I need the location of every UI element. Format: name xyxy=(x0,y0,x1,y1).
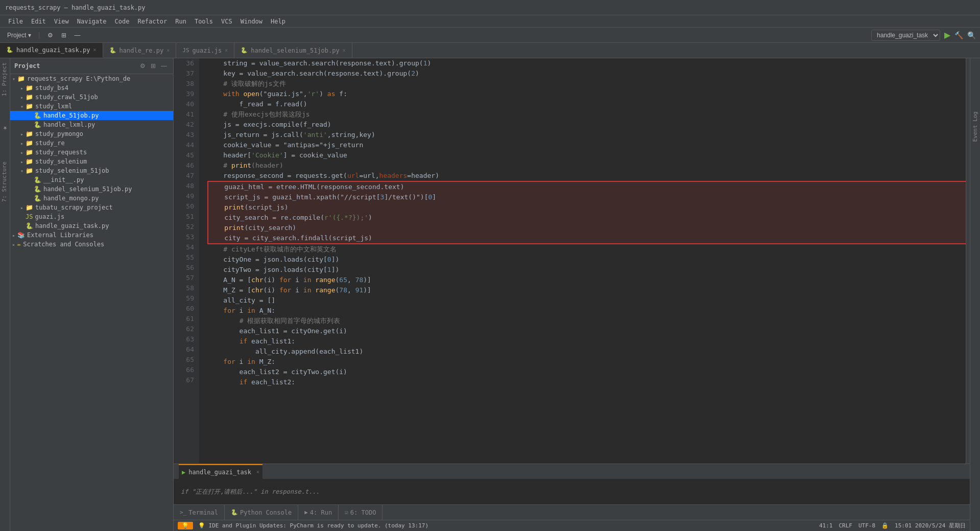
menu-item-refactor[interactable]: Refactor xyxy=(133,15,171,27)
code-container[interactable]: 3637383940414243444546474849505152535455… xyxy=(174,58,970,464)
bottom-tab-terminal[interactable]: >_Terminal xyxy=(174,505,225,520)
bottom-tab-6--todo[interactable]: ☑6: TODO xyxy=(339,505,383,520)
tree-item-study-crawl-51job[interactable]: ▸📁study_crawl_51job xyxy=(10,93,173,102)
menu-item-view[interactable]: View xyxy=(50,15,73,27)
run-play-button[interactable]: ▶ xyxy=(944,30,950,40)
menu-item-help[interactable]: Help xyxy=(267,15,290,27)
tree-item-study-selenium-51job[interactable]: ▾📁study_selenium_51job xyxy=(10,166,173,175)
tree-icon: 📁 xyxy=(26,158,33,165)
search-button[interactable]: 🔍 xyxy=(967,31,976,39)
time: 15:01 xyxy=(895,522,912,529)
menu-item-run[interactable]: Run xyxy=(171,15,190,27)
status-right: 41:1 CRLF UTF-8 🔒 15:01 2020/5/24 星期日 xyxy=(819,522,966,529)
tree-label: study_re xyxy=(35,140,65,147)
window-title: requests_scrapy – handle_guazi_task.py xyxy=(5,4,146,11)
tree-item-study-requests[interactable]: ▸📁study_requests xyxy=(10,148,173,157)
code-content: string = value_search.search(response.te… xyxy=(199,58,966,464)
tree-item-study-lxml[interactable]: ▾📁study_lxml xyxy=(10,102,173,111)
tab-handle-re-py[interactable]: 🐍handle_re.py× xyxy=(103,43,177,58)
tree-item-tubatu-scrapy-project[interactable]: ▸📁tubatu_scrapy_project xyxy=(10,203,173,212)
close-project-btn[interactable]: — xyxy=(71,31,84,40)
tree-label: guazi.js xyxy=(35,213,64,220)
encoding[interactable]: UTF-8 xyxy=(858,522,875,529)
tab-label: guazi.js xyxy=(193,47,222,54)
tab-label: handel_selenium_51job.py xyxy=(251,47,339,54)
code-line-55: cityOne = json.loads(city[0]) xyxy=(207,255,966,265)
sdk-btn[interactable]: ⊞ xyxy=(58,31,69,40)
bottom-tab-python-console[interactable]: 🐍Python Console xyxy=(225,505,298,520)
code-line-53: city = city_search.findall(script_js) xyxy=(207,233,966,244)
code-line-43: js_return = js.call('anti',string,key) xyxy=(207,130,966,140)
line-ending[interactable]: CRLF xyxy=(839,522,852,529)
code-line-59: all_city = [] xyxy=(207,295,966,306)
tree-item-study-selenium[interactable]: ▸📁study_selenium xyxy=(10,157,173,166)
tree-item-handle-51job-py[interactable]: 🐍handle_51job.py xyxy=(10,111,173,120)
status-left: 💡 💡 IDE and Plugin Updates: PyCharm is r… xyxy=(178,522,428,529)
tab-handle-guazi-task-py[interactable]: 🐍handle_guazi_task.py× xyxy=(0,43,103,58)
tree-item-guazi-js[interactable]: JSguazi.js xyxy=(10,212,173,221)
tree-item---init---py[interactable]: 🐍__init__.py xyxy=(10,175,173,184)
tree-icon: JS xyxy=(26,213,33,220)
tab-close-btn[interactable]: × xyxy=(225,48,228,53)
tree-item-handle-lxml-py[interactable]: 🐍handle_lxml.py xyxy=(10,120,173,129)
left-tabs: 1: Project ★ 7: Structure xyxy=(0,58,10,531)
code-line-40: f_read = f.read() xyxy=(207,99,966,109)
tree-item-handle-guazi-task-py[interactable]: 🐍handle_guazi_task.py xyxy=(10,221,173,230)
tree-arrow: ▾ xyxy=(10,76,17,82)
editor-area: 3637383940414243444546474849505152535455… xyxy=(174,58,970,531)
tab-close-btn[interactable]: × xyxy=(343,48,346,53)
sidebar-close-btn[interactable]: — xyxy=(159,61,169,71)
sidebar-gear-btn[interactable]: ⚙ xyxy=(138,61,148,71)
python-console-bottom: >_Terminal🐍Python Console▶4: Run☑6: TODO xyxy=(174,504,970,520)
tree-item-study-re[interactable]: ▸📁study_re xyxy=(10,138,173,148)
tree-item-handel-selenium-51job-py[interactable]: 🐍handel_selenium_51job.py xyxy=(10,184,173,194)
tree-item-scratches-and-consoles[interactable]: ▸✏️Scratches and Consoles xyxy=(10,240,173,249)
tree-icon: 🐍 xyxy=(34,195,41,202)
tree-item-handle-mongo-py[interactable]: 🐍handle_mongo.py xyxy=(10,194,173,203)
run-tab-close[interactable]: × xyxy=(256,469,259,475)
left-tab-favorites[interactable]: ★ xyxy=(0,121,10,137)
code-line-48: guazi_html = etree.HTML(response_second.… xyxy=(207,181,966,192)
project-dropdown[interactable]: Project ▾ xyxy=(4,31,34,40)
tab-close-btn[interactable]: × xyxy=(93,47,97,53)
run-status-text: if "正在打开,请稍后..." in response.t... xyxy=(181,488,320,496)
tree-arrow: ▸ xyxy=(18,85,26,91)
event-log-tab[interactable]: Event Log xyxy=(971,109,979,144)
code-line-39: with open("guazi.js",'r') as f: xyxy=(207,89,966,99)
tree-label: External Libraries xyxy=(27,232,93,239)
menu-item-vcs[interactable]: VCS xyxy=(217,15,236,27)
menu-item-file[interactable]: File xyxy=(4,15,27,27)
position[interactable]: 41:1 xyxy=(819,522,833,529)
scrollbar-vertical[interactable] xyxy=(966,58,970,464)
tree-item-requests-scrapy-e--python-de[interactable]: ▾📁requests_scrapy E:\Python_de xyxy=(10,74,173,83)
tab-close-btn[interactable]: × xyxy=(166,48,170,53)
code-line-56: cityTwo = json.loads(city[1]) xyxy=(207,265,966,275)
tree-arrow: ▾ xyxy=(18,168,26,174)
run-config-select[interactable]: handle_guazi_task xyxy=(871,30,940,41)
code-line-49: script_js = guazi_html.xpath("//script[3… xyxy=(207,192,966,202)
menu-item-code[interactable]: Code xyxy=(111,15,134,27)
left-tab-structure[interactable]: 7: Structure xyxy=(0,157,10,206)
menu-item-navigate[interactable]: Navigate xyxy=(73,15,111,27)
tab-handel-selenium-51job-py[interactable]: 🐍handel_selenium_51job.py× xyxy=(234,43,352,58)
tree-item-study-pymongo[interactable]: ▸📁study_pymongo xyxy=(10,129,173,138)
menu-item-window[interactable]: Window xyxy=(236,15,267,27)
menu-item-edit[interactable]: Edit xyxy=(27,15,50,27)
toolbar-divider: | xyxy=(37,31,41,39)
run-header-tab[interactable]: ▶ handle_guazi_task × xyxy=(179,464,262,479)
tree-icon: 📁 xyxy=(26,204,33,211)
tree-item-external-libraries[interactable]: ▸📚External Libraries xyxy=(10,230,173,240)
tree-icon: 📁 xyxy=(17,75,25,82)
tree-label: study_requests xyxy=(35,149,87,156)
update-badge[interactable]: 💡 xyxy=(178,522,193,529)
sidebar-expand-btn[interactable]: ⊞ xyxy=(149,61,158,71)
bottom-tab-4--run[interactable]: ▶4: Run xyxy=(298,505,339,520)
tree-item-study-bs4[interactable]: ▸📁study_bs4 xyxy=(10,83,173,93)
left-tab-project[interactable]: 1: Project xyxy=(0,58,10,100)
menu-item-tools[interactable]: Tools xyxy=(190,15,217,27)
build-button[interactable]: 🔨 xyxy=(954,31,963,39)
tree-arrow: ▸ xyxy=(10,233,17,238)
settings-btn[interactable]: ⚙ xyxy=(44,31,56,40)
tree-arrow: ▸ xyxy=(18,150,26,155)
tab-guazi-js[interactable]: JSguazi.js× xyxy=(176,43,234,58)
